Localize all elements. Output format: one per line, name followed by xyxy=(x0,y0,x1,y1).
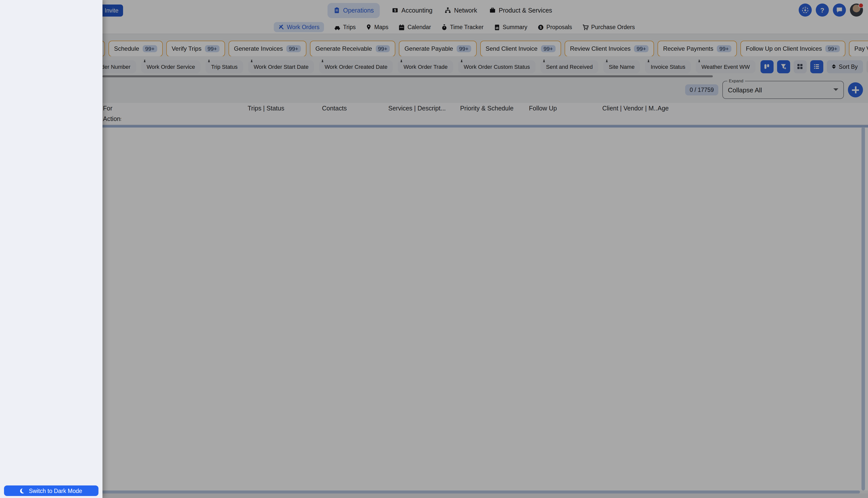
modal-backdrop[interactable] xyxy=(0,0,868,498)
dark-mode-toggle-button[interactable]: Switch to Dark Mode xyxy=(4,485,99,496)
moon-icon xyxy=(20,488,25,493)
app-stage: Invite Operations$AccountingNetworkProdu… xyxy=(0,0,868,498)
sidebar-drawer: Switch to Dark Mode xyxy=(0,0,103,498)
dark-mode-label: Switch to Dark Mode xyxy=(29,488,82,494)
